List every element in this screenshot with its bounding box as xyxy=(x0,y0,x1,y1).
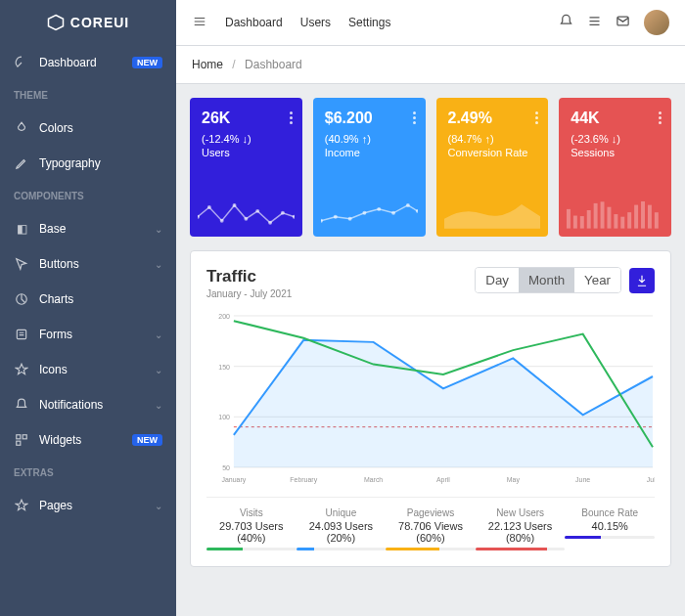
card-menu-icon[interactable] xyxy=(290,110,293,126)
avatar[interactable] xyxy=(644,10,669,35)
traffic-panel: Traffic January - July 2021 Day Month Ye… xyxy=(190,250,671,567)
breadcrumb: Home / Dashboard xyxy=(176,46,685,84)
svg-rect-29 xyxy=(601,201,605,228)
svg-rect-35 xyxy=(641,201,645,229)
sidebar-item-icons[interactable]: Icons⌄ xyxy=(0,352,176,387)
svg-text:200: 200 xyxy=(218,313,230,320)
breadcrumb-sep: / xyxy=(232,58,235,71)
svg-point-14 xyxy=(281,211,285,215)
topbar-link-dashboard[interactable]: Dashboard xyxy=(225,16,283,29)
topbar-link-settings[interactable]: Settings xyxy=(348,16,390,29)
card-change: (-12.4% ↓) xyxy=(202,133,291,145)
card-change: (-23.6% ↓) xyxy=(571,133,660,145)
stat-name: New Users xyxy=(476,507,566,518)
svg-point-21 xyxy=(391,211,395,215)
svg-rect-36 xyxy=(648,205,652,229)
stat-pct: (20%) xyxy=(297,532,387,544)
sidebar-item-buttons[interactable]: Buttons⌄ xyxy=(0,246,176,282)
svg-text:May: May xyxy=(507,476,521,484)
sidebar-item-label: Buttons xyxy=(39,257,79,271)
gauge-icon xyxy=(14,55,29,70)
sidebar-item-dashboard[interactable]: Dashboard NEW xyxy=(0,45,176,80)
sidebar-item-label: Notifications xyxy=(39,398,103,412)
svg-text:January: January xyxy=(222,476,247,484)
sidebar-item-base[interactable]: ◧Base⌄ xyxy=(0,211,176,246)
svg-text:50: 50 xyxy=(222,464,230,471)
sidebar-item-typography[interactable]: Typography xyxy=(0,146,176,181)
sidebar-item-label: Dashboard xyxy=(39,56,97,69)
logo-icon xyxy=(47,14,65,31)
range-segment: Day Month Year xyxy=(475,267,621,293)
panel-subtitle: January - July 2021 xyxy=(206,288,292,299)
sidebar-item-widgets[interactable]: WidgetsNEW xyxy=(0,422,176,458)
svg-rect-4 xyxy=(23,435,26,439)
range-year-button[interactable]: Year xyxy=(574,268,620,292)
svg-point-22 xyxy=(406,203,410,207)
footer-stat: Pageviews 78.706 Views (60%) xyxy=(386,507,476,550)
download-button[interactable] xyxy=(629,268,655,293)
stat-name: Visits xyxy=(206,507,297,518)
footer-stat: Visits 29.703 Users (40%) xyxy=(206,507,297,550)
svg-marker-54 xyxy=(234,340,653,467)
svg-rect-24 xyxy=(567,209,571,229)
svg-marker-0 xyxy=(48,16,63,30)
nav-section-title: COMPONENTS xyxy=(0,181,176,211)
card-menu-icon[interactable] xyxy=(659,110,662,126)
sidebar-item-label: Pages xyxy=(39,499,72,512)
svg-rect-28 xyxy=(594,203,598,229)
svg-point-12 xyxy=(255,209,259,213)
svg-rect-32 xyxy=(621,217,625,229)
sidebar-item-pages[interactable]: Pages⌄ xyxy=(0,488,176,523)
topbar-link-users[interactable]: Users xyxy=(300,16,331,29)
stat-name: Pageviews xyxy=(386,507,476,518)
card-label: Sessions xyxy=(571,147,660,158)
sidebar-item-notifications[interactable]: Notifications⌄ xyxy=(0,387,176,422)
chevron-down-icon: ⌄ xyxy=(155,501,162,511)
range-month-button[interactable]: Month xyxy=(519,268,574,292)
nav-section-title: THEME xyxy=(0,80,176,110)
card-menu-icon[interactable] xyxy=(535,110,538,126)
chevron-down-icon: ⌄ xyxy=(155,330,162,340)
sidebar-item-label: Typography xyxy=(39,156,101,170)
footer-stat: New Users 22.123 Users (80%) xyxy=(476,507,566,550)
stat-bar xyxy=(297,548,387,550)
card-label: Conversion Rate xyxy=(448,147,537,158)
svg-text:150: 150 xyxy=(218,364,230,371)
list-icon[interactable] xyxy=(587,14,602,31)
bell-icon xyxy=(14,397,29,413)
svg-text:June: June xyxy=(575,476,590,483)
sidebar-item-forms[interactable]: Forms⌄ xyxy=(0,317,176,352)
form-icon xyxy=(14,327,29,342)
svg-rect-26 xyxy=(580,216,584,229)
sidebar-item-label: Icons xyxy=(39,363,68,376)
svg-text:March: March xyxy=(364,476,383,483)
footer-stat: Bounce Rate 40.15% xyxy=(565,507,655,550)
footer-stat: Unique 24.093 Users (20%) xyxy=(297,507,387,550)
stat-pct: (60%) xyxy=(386,532,476,544)
breadcrumb-home[interactable]: Home xyxy=(192,58,223,71)
bell-icon[interactable] xyxy=(559,14,573,31)
star-icon xyxy=(14,362,29,377)
sparkline xyxy=(321,199,418,229)
sidebar-item-charts[interactable]: Charts xyxy=(0,282,176,317)
breadcrumb-current: Dashboard xyxy=(245,58,302,71)
mail-icon[interactable] xyxy=(616,14,630,31)
menu-toggle-icon[interactable] xyxy=(192,15,207,31)
sidebar-item-colors[interactable]: Colors xyxy=(0,110,176,146)
svg-text:100: 100 xyxy=(218,414,230,420)
chevron-down-icon: ⌄ xyxy=(155,400,162,411)
puzzle-icon: ◧ xyxy=(14,221,29,237)
star-icon xyxy=(14,498,29,513)
stat-bar xyxy=(476,548,566,550)
card-menu-icon[interactable] xyxy=(413,110,416,126)
sidebar-item-label: Base xyxy=(39,222,66,236)
stat-card: 2.49% (84.7% ↑) Conversion Rate xyxy=(436,98,549,237)
sparkline xyxy=(567,199,663,229)
svg-point-15 xyxy=(293,215,295,219)
chart-icon xyxy=(14,291,29,307)
card-change: (84.7% ↑) xyxy=(448,133,537,145)
svg-text:July: July xyxy=(647,476,655,484)
stat-card: $6.200 (40.9% ↑) Income xyxy=(313,98,426,237)
svg-point-19 xyxy=(362,211,366,215)
range-day-button[interactable]: Day xyxy=(476,268,519,292)
